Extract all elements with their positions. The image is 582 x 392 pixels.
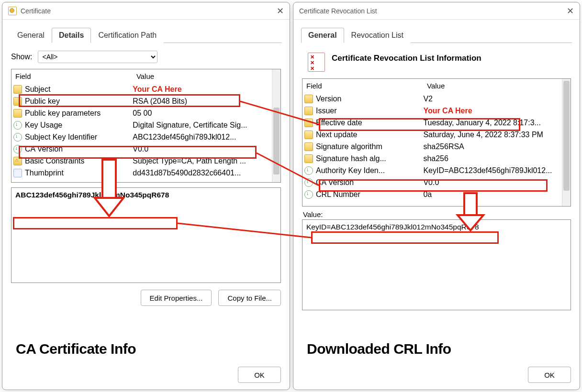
tabs-left: General Details Certification Path bbox=[2, 20, 290, 43]
copy-to-file-button[interactable]: Copy to File... bbox=[218, 290, 281, 306]
value-label: Value: bbox=[303, 210, 571, 218]
scrollbar[interactable] bbox=[562, 79, 571, 206]
list-item[interactable]: Thumbprintdd431d87b5490d2832c66401... bbox=[11, 167, 280, 179]
close-icon[interactable]: ✕ bbox=[277, 7, 284, 15]
list-item[interactable]: Public keyRSA (2048 Bits) bbox=[11, 95, 280, 107]
row-icon bbox=[304, 166, 313, 175]
fields-listbox[interactable]: Field Value SubjectYour CA HerePublic ke… bbox=[11, 69, 281, 183]
row-value: V2 bbox=[423, 95, 569, 103]
row-value: 0a bbox=[423, 190, 569, 199]
column-value[interactable]: Value bbox=[133, 69, 280, 83]
list-item[interactable]: IssuerYour CA Here bbox=[302, 105, 571, 117]
list-item[interactable]: CRL Number0a bbox=[302, 188, 571, 200]
column-field[interactable]: Field bbox=[11, 69, 133, 83]
crl-value-text: KeyID=ABC123def456ghi789Jkl012mNo345pqR6… bbox=[306, 223, 479, 231]
row-field: CA Version bbox=[316, 178, 423, 187]
row-value: RSA (2048 Bits) bbox=[133, 97, 279, 106]
row-icon bbox=[304, 154, 313, 163]
row-field: Signature algorithm bbox=[316, 142, 423, 151]
titlebar-right: Certificate Revocation List ✕ bbox=[293, 2, 580, 20]
cert-icon bbox=[8, 7, 17, 15]
crl-title: Certificate Revocation List Information bbox=[332, 54, 481, 63]
row-value: ABC123def456ghi789Jkl012... bbox=[133, 133, 279, 142]
detail-value-text: ABC123def456ghi789Jkl012mNo345pqR678 bbox=[15, 191, 169, 199]
scrollbar[interactable] bbox=[272, 69, 280, 182]
tabs-right: General Revocation List bbox=[293, 20, 580, 43]
ok-button[interactable]: OK bbox=[238, 367, 281, 383]
crl-dialog: Certificate Revocation List ✕ General Re… bbox=[293, 2, 580, 390]
row-field: Authority Key Iden... bbox=[316, 166, 423, 175]
row-field: Public key parameters bbox=[25, 109, 133, 118]
row-value: V0.0 bbox=[133, 145, 279, 153]
tab-general[interactable]: General bbox=[301, 28, 344, 43]
row-field: Basic Constraints bbox=[25, 157, 133, 165]
list-item[interactable]: Authority Key Iden...KeyID=ABC123def456g… bbox=[302, 164, 571, 176]
window-title: Certificate Revocation List bbox=[299, 7, 377, 15]
caption-right: Downloaded CRL Info bbox=[302, 336, 571, 358]
list-item[interactable]: SubjectYour CA Here bbox=[11, 83, 280, 95]
list-item[interactable]: CA VersionV0.0 bbox=[11, 143, 280, 155]
row-value: dd431d87b5490d2832c66401... bbox=[133, 169, 279, 177]
certificate-dialog: Certificate ✕ General Details Certificat… bbox=[2, 2, 290, 390]
row-value: 05 00 bbox=[133, 109, 279, 118]
column-field[interactable]: Field bbox=[302, 79, 423, 93]
crl-fields-listbox[interactable]: Field Value VersionV2IssuerYour CA HereE… bbox=[302, 78, 571, 207]
titlebar-left: Certificate ✕ bbox=[2, 2, 290, 20]
show-dropdown[interactable]: <All> bbox=[38, 51, 157, 63]
list-item[interactable]: CA VersionV0.0 bbox=[302, 176, 571, 188]
row-field: Issuer bbox=[316, 107, 423, 115]
row-icon bbox=[13, 121, 22, 130]
list-item[interactable]: Effective dateTuesday, January 4, 2022 8… bbox=[302, 117, 571, 129]
row-icon bbox=[13, 109, 22, 118]
list-item[interactable]: Public key parameters05 00 bbox=[11, 107, 280, 119]
row-value: Digital Signature, Certificate Sig... bbox=[133, 121, 279, 130]
ok-button[interactable]: OK bbox=[528, 367, 571, 383]
row-field: Next update bbox=[316, 131, 423, 139]
row-field: Key Usage bbox=[25, 121, 133, 130]
row-field: Signature hash alg... bbox=[316, 154, 423, 163]
row-icon bbox=[304, 95, 313, 103]
row-field: Thumbprint bbox=[25, 169, 133, 177]
row-field: Public key bbox=[25, 97, 133, 106]
row-field: Effective date bbox=[316, 119, 423, 127]
details-body: Show: <All> Field Value SubjectYour CA H… bbox=[2, 43, 290, 362]
row-field: CA Version bbox=[25, 145, 133, 153]
row-field: CRL Number bbox=[316, 190, 423, 199]
list-item[interactable]: VersionV2 bbox=[302, 93, 571, 105]
row-value: Your CA Here bbox=[423, 107, 569, 115]
row-value: sha256RSA bbox=[423, 142, 569, 151]
window-title: Certificate bbox=[21, 7, 51, 15]
crl-value-box[interactable]: KeyID=ABC123def456ghi789Jkl012mNo345pqR6… bbox=[302, 219, 571, 310]
close-icon[interactable]: ✕ bbox=[567, 7, 574, 15]
column-value[interactable]: Value bbox=[423, 79, 571, 93]
row-icon bbox=[13, 157, 22, 165]
row-value: Your CA Here bbox=[133, 85, 279, 94]
list-item[interactable]: Basic ConstraintsSubject Type=CA, Path L… bbox=[11, 155, 280, 167]
row-icon bbox=[304, 178, 313, 187]
row-icon bbox=[13, 133, 22, 142]
row-field: Version bbox=[316, 95, 423, 103]
tab-certification-path[interactable]: Certification Path bbox=[91, 28, 164, 43]
row-icon bbox=[13, 145, 22, 153]
row-icon bbox=[304, 131, 313, 139]
row-value: sha256 bbox=[423, 154, 569, 163]
row-icon bbox=[304, 190, 313, 199]
row-icon bbox=[13, 169, 22, 177]
caption-left: CA Certificate Info bbox=[11, 336, 281, 358]
list-item[interactable]: Signature hash alg...sha256 bbox=[302, 152, 571, 164]
tab-details[interactable]: Details bbox=[52, 28, 91, 43]
list-item[interactable]: Next updateSaturday, June 4, 2022 8:37:3… bbox=[302, 129, 571, 141]
list-item[interactable]: Subject Key IdentifierABC123def456ghi789… bbox=[11, 131, 280, 143]
row-field: Subject Key Identifier bbox=[25, 133, 133, 142]
row-icon bbox=[304, 119, 313, 127]
list-item[interactable]: Key UsageDigital Signature, Certificate … bbox=[11, 119, 280, 131]
row-icon bbox=[13, 85, 22, 94]
detail-value-box[interactable]: ABC123def456ghi789Jkl012mNo345pqR678 bbox=[11, 187, 281, 283]
tab-revocation-list[interactable]: Revocation List bbox=[344, 28, 411, 43]
list-item[interactable]: Signature algorithmsha256RSA bbox=[302, 141, 571, 152]
tab-general[interactable]: General bbox=[10, 28, 52, 43]
show-label: Show: bbox=[11, 53, 32, 61]
row-value: V0.0 bbox=[423, 178, 569, 187]
row-value: KeyID=ABC123def456ghi789Jkl012... bbox=[423, 166, 569, 175]
edit-properties-button[interactable]: Edit Properties... bbox=[141, 290, 212, 306]
